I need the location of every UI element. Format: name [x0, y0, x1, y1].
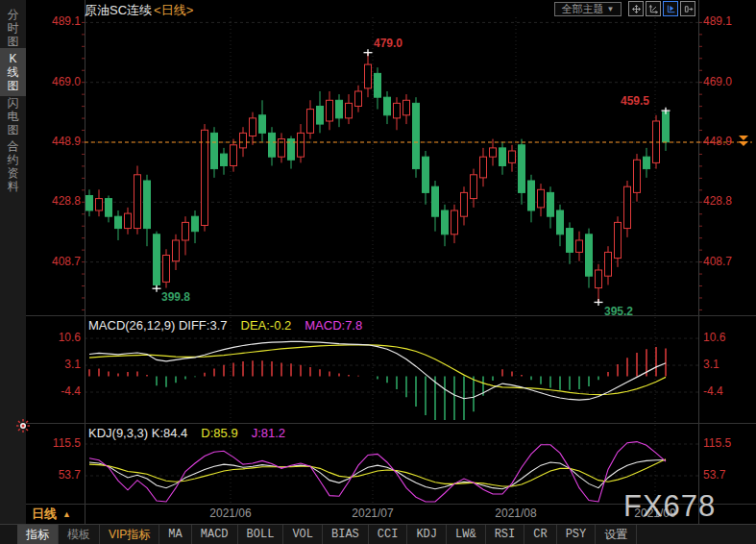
chevron-down-icon: ▼ — [607, 5, 615, 13]
toolbar-item-11[interactable]: RSI — [486, 525, 525, 544]
toolbar-item-9[interactable]: KDJ — [407, 525, 447, 544]
macd-header-segment: DEA:-0.2 — [241, 318, 292, 333]
toolbar-item-7[interactable]: BIAS — [323, 525, 369, 544]
sidebar-item-label: 合约资料 — [7, 139, 19, 193]
sidebar-item-label: 闪电图 — [7, 96, 19, 136]
chart-canvas[interactable] — [0, 0, 756, 544]
pan-icon[interactable] — [628, 1, 644, 16]
watermark: FX678 — [623, 489, 716, 524]
toolbar-item-8[interactable]: CCI — [369, 525, 408, 544]
toolbar-item-1[interactable]: 模板 — [59, 525, 100, 544]
sidebar-item-2[interactable]: 闪电图 — [0, 92, 26, 140]
toolbar-item-2[interactable]: VIP指标 — [100, 525, 159, 544]
sidebar-item-0[interactable]: 分时图 — [0, 4, 26, 52]
auto-scale-icon[interactable] — [663, 1, 678, 16]
macd-header: MACD(26,12,9) DIFF:3.7DEA:-0.2MACD:7.8 — [88, 318, 362, 333]
collapse-right-icon[interactable] — [680, 1, 695, 16]
sidebar-item-label: K线图 — [7, 52, 19, 92]
app-root: 分时图K线图闪电图合约资料 原油SC连续<日线> 全部主题 ▼ 489.1489… — [0, 0, 756, 544]
kdj-header-segment: J:81.2 — [252, 426, 285, 440]
sidebar-item-label: 分时图 — [7, 8, 19, 48]
panel-settings-sun-icon[interactable] — [15, 418, 31, 433]
sun-icon — [15, 418, 31, 433]
toolbar-item-3[interactable]: MA — [159, 525, 191, 544]
axis-zoom-icon[interactable] — [646, 1, 661, 16]
chart-title-segment: <日线> — [154, 2, 193, 19]
macd-header-segment: MACD:7.8 — [305, 318, 362, 333]
toolbar-item-4[interactable]: MACD — [192, 525, 238, 544]
triangle-up-icon: ▲ — [62, 509, 71, 519]
toolbar-item-6[interactable]: VOL — [283, 525, 323, 544]
kdj-header: KDJ(9,3,3) K:84.4D:85.9J:81.2 — [88, 426, 285, 440]
sidebar-item-3[interactable]: 合约资料 — [0, 136, 26, 197]
chart-title-segment: 原油SC连续 — [85, 2, 152, 19]
chart-title: 原油SC连续<日线> — [85, 2, 193, 19]
toolbar-item-13[interactable]: PSY — [557, 525, 597, 544]
toolbar-item-5[interactable]: BOLL — [238, 525, 284, 544]
theme-dropdown-label: 全部主题 — [562, 2, 604, 16]
indicator-toolbar: 指标模板VIP指标MAMACDBOLLVOLBIASCCIKDJLW&RSICR… — [0, 524, 756, 544]
theme-dropdown[interactable]: 全部主题 ▼ — [554, 2, 622, 16]
period-selector[interactable]: 日线 ▲ — [32, 506, 71, 523]
kdj-header-segment: KDJ(9,3,3) K:84.4 — [88, 426, 187, 440]
toolbar-item-14[interactable]: 设置 — [596, 525, 637, 544]
toolbar-item-0[interactable]: 指标 — [17, 525, 59, 544]
period-label: 日线 — [32, 506, 57, 523]
chart-icon-buttons — [628, 1, 695, 16]
sidebar-item-1[interactable]: K线图 — [0, 48, 26, 96]
kdj-header-segment: D:85.9 — [201, 426, 237, 440]
toolbar-item-12[interactable]: CR — [524, 525, 556, 544]
left-sidebar: 分时图K线图闪电图合约资料 — [0, 0, 26, 524]
toolbar-item-10[interactable]: LW& — [447, 525, 486, 544]
macd-header-segment: MACD(26,12,9) DIFF:3.7 — [88, 318, 228, 333]
